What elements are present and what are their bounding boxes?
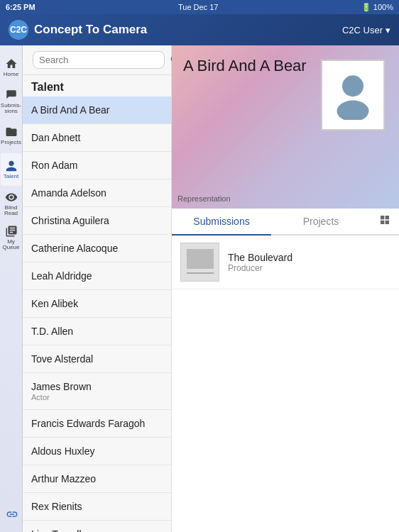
status-time: 6:25 PM [6, 3, 35, 11]
status-day: Tue Dec 17 [178, 3, 218, 11]
talent-item-name: Catherine Alacoque [31, 243, 163, 254]
talent-item-name: Dan Abnett [31, 132, 163, 143]
talent-list-item[interactable]: Tove Alsterdal [23, 345, 171, 373]
talent-list-item[interactable]: Ron Adam [23, 152, 171, 179]
talent-panel: Talent A Bird And A BearDan AbnettRon Ad… [23, 45, 172, 532]
submission-title: The Boulevard [228, 252, 390, 263]
talent-list-item[interactable]: Catherine Alacoque [23, 235, 171, 262]
main-layout: Home Submis-sions Projects Talent Blind … [0, 45, 399, 532]
detail-header: A Bird And A Bear Representation [172, 45, 399, 209]
avatar [321, 60, 385, 131]
sidebar-item-blind-read[interactable]: Blind Read [1, 187, 22, 220]
talent-item-name: Lisa Tornell [31, 528, 163, 532]
talent-item-name: Arthur Mazzeo [31, 473, 163, 484]
talent-list-item[interactable]: A Bird And A Bear [23, 96, 171, 124]
talent-item-name: T.D. Allen [31, 326, 163, 337]
thumb-image [187, 249, 214, 269]
app-logo: C2C [9, 20, 28, 40]
submission-item[interactable]: The Boulevard Producer [172, 235, 399, 289]
representation-label: Representation [177, 194, 231, 203]
talent-list-item[interactable]: James BrownActor [23, 373, 171, 410]
submission-info: The Boulevard Producer [228, 252, 390, 273]
talent-list-item[interactable]: Rex Rienits [23, 493, 171, 521]
talent-item-name: Ron Adam [31, 160, 163, 171]
status-bar: 6:25 PM Tue Dec 17 🔋 100% [0, 0, 399, 14]
battery-icon: 🔋 100% [361, 3, 393, 12]
sidebar-item-home[interactable]: Home [1, 51, 22, 84]
talent-item-name: James Brown [31, 381, 163, 392]
talent-list-item[interactable]: Ken Alibek [23, 290, 171, 318]
app-title: Concept To Camera [34, 23, 147, 37]
svg-point-1 [337, 101, 369, 121]
talent-list-header: Talent [23, 75, 171, 96]
user-menu[interactable]: C2C User ▾ [342, 25, 390, 35]
sidebar-item-projects[interactable]: Projects [1, 119, 22, 152]
status-indicators: 🔋 100% [361, 3, 393, 12]
avatar-icon [332, 70, 374, 120]
sidebar-item-my-queue[interactable]: My Queue [1, 221, 22, 254]
talent-item-name: Francis Edwards Faragoh [31, 418, 163, 429]
detail-panel: A Bird And A Bear Representation Submiss… [172, 45, 399, 532]
tab-submissions[interactable]: Submissions [172, 209, 271, 235]
search-input[interactable] [33, 51, 165, 69]
talent-item-name: Aldous Huxley [31, 445, 163, 457]
nav-bar: C2C Concept To Camera C2C User ▾ [0, 14, 399, 45]
talent-item-name: A Bird And A Bear [31, 104, 163, 116]
talent-item-name: Leah Aldridge [31, 270, 163, 282]
thumb-line [187, 272, 214, 274]
icon-sidebar: Home Submis-sions Projects Talent Blind … [0, 45, 23, 532]
talent-item-name: Christina Aguilera [31, 215, 163, 226]
detail-tabs: Submissions Projects [172, 209, 399, 235]
submission-role: Producer [228, 263, 390, 273]
talent-list-item[interactable]: Aldous Huxley [23, 438, 171, 465]
chevron-down-icon: ▾ [386, 25, 390, 35]
talent-item-name: Amanda Adelson [31, 187, 163, 199]
detail-content: The Boulevard Producer [172, 235, 399, 532]
talent-item-subtitle: Actor [31, 393, 163, 401]
sidebar-item-talent[interactable]: Talent [1, 153, 22, 186]
sidebar-item-submissions[interactable]: Submis-sions [1, 85, 22, 118]
talent-list-item[interactable]: Lisa Tornell [23, 521, 171, 532]
svg-point-0 [342, 75, 364, 96]
talent-list-item[interactable]: T.D. Allen [23, 318, 171, 345]
search-bar [23, 45, 171, 75]
talent-list-item[interactable]: Francis Edwards Faragoh [23, 410, 171, 438]
talent-item-name: Rex Rienits [31, 501, 163, 512]
talent-item-name: Tove Alsterdal [31, 353, 163, 365]
grid-view-button[interactable] [371, 209, 399, 234]
talent-list-item[interactable]: Arthur Mazzeo [23, 465, 171, 493]
talent-list: A Bird And A BearDan AbnettRon AdamAmand… [23, 96, 171, 532]
talent-list-item[interactable]: Dan Abnett [23, 124, 171, 152]
talent-item-name: Ken Alibek [31, 298, 163, 309]
talent-list-item[interactable]: Amanda Adelson [23, 179, 171, 207]
talent-list-item[interactable]: Christina Aguilera [23, 207, 171, 235]
talent-list-item[interactable]: Leah Aldridge [23, 262, 171, 290]
brand: C2C Concept To Camera [9, 20, 147, 40]
submission-thumbnail [180, 243, 219, 282]
tab-projects[interactable]: Projects [271, 209, 371, 235]
bottom-link[interactable] [6, 508, 18, 523]
